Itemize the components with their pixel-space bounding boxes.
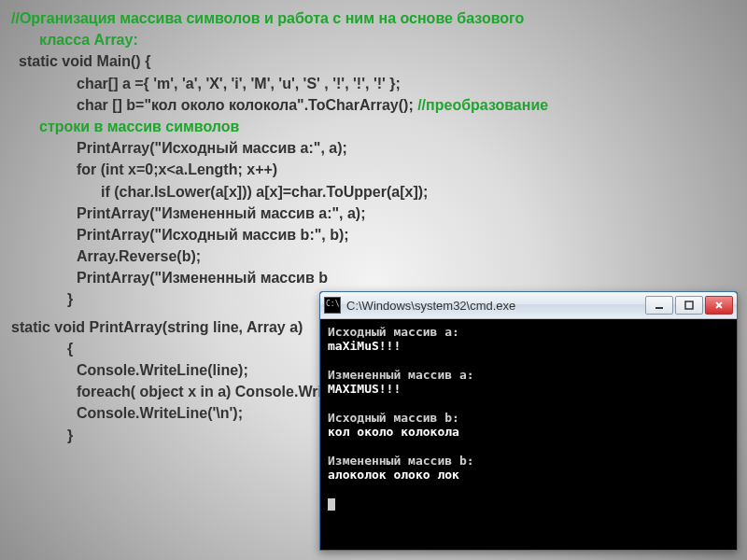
console-header: Измененный массив b:: [328, 454, 474, 468]
console-value: кол около колокола: [328, 425, 459, 439]
cursor: [328, 498, 335, 511]
console-header: Исходный массив b:: [328, 411, 459, 425]
svg-rect-0: [655, 307, 663, 309]
code-line: PrintArray("Измененный массив b: [11, 267, 548, 288]
console-header: Исходный массив а:: [328, 325, 459, 339]
code-line: PrintArray("Измененный массив а:", a);: [11, 203, 548, 224]
slide: //Организация массива символов и работа …: [0, 0, 747, 560]
code-line: for (int x=0;x<a.Length; x++): [11, 159, 548, 180]
code-comment: строки в массив символов: [39, 119, 239, 134]
titlebar: C:\Windows\system32\cmd.exe: [320, 292, 737, 319]
svg-rect-1: [685, 301, 693, 309]
code-line: if (char.IsLower(a[x])) a[x]=char.ToUppe…: [11, 181, 548, 203]
code-comment: //преобразование: [417, 97, 548, 113]
console-window: C:\Windows\system32\cmd.exe Исходный мас…: [319, 291, 738, 551]
code-line: PrintArray("Исходный массив а:", a);: [11, 137, 548, 159]
maximize-button[interactable]: [675, 296, 703, 315]
console-value: maXiMuS!!!: [328, 339, 401, 353]
code-line: char[] a ={ 'm', 'a', 'X', 'i', 'M', 'u'…: [11, 73, 548, 94]
code-comment: //Организация массива символов и работа …: [11, 10, 524, 26]
console-value: MAXIMUS!!!: [328, 382, 401, 396]
console-value: алоколок олоко лок: [328, 468, 459, 482]
console-header: Измененный массив а:: [328, 368, 474, 382]
cmd-icon: [324, 297, 341, 314]
minimize-button[interactable]: [645, 296, 673, 315]
code-line: Array.Reverse(b);: [11, 245, 548, 267]
code-line: PrintArray("Исходный массив b:", b);: [11, 224, 548, 245]
code-comment: класса Array:: [39, 32, 138, 48]
code-line: char [] b="кол около колокола".ToCharArr…: [77, 97, 417, 113]
code-line: static void Main() {: [11, 50, 548, 72]
console-body: Исходный массив а: maXiMuS!!! Измененный…: [320, 319, 737, 516]
window-title: C:\Windows\system32\cmd.exe: [346, 299, 645, 313]
close-button[interactable]: [705, 296, 733, 315]
